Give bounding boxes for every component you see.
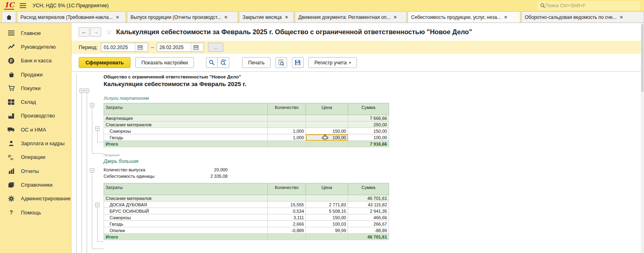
- svg-text:?: ?: [10, 209, 13, 216]
- main-menu-icon[interactable]: [20, 3, 26, 8]
- form-header: ← → ☆ Калькуляция себестоимости за Февра…: [71, 23, 644, 41]
- sidebar-item-administration[interactable]: Администрирование: [0, 192, 71, 206]
- total-row[interactable]: Итого 7 916,66: [104, 141, 389, 147]
- table-row[interactable]: Списание материалов 250,00: [104, 121, 389, 128]
- table-row[interactable]: Амортизация 7 666,66: [104, 115, 389, 121]
- table-row[interactable]: ДОСКА ДУБОВАЯ 15,555 2 771,83 43 115,82: [104, 202, 389, 208]
- print-button[interactable]: Печать: [242, 57, 271, 68]
- column-header-price: Цена: [306, 183, 348, 195]
- table-row[interactable]: Списание материалов 46 701,61: [104, 195, 389, 202]
- product-name: Дверь большая: [104, 158, 393, 164]
- pallet-icon: [7, 99, 15, 106]
- close-icon[interactable]: ×: [116, 14, 119, 20]
- global-search[interactable]: [538, 1, 640, 10]
- sidebar-item-sales[interactable]: Продажи: [0, 68, 71, 81]
- selected-cell[interactable]: 100,00: [306, 134, 348, 141]
- tab-cost-of-production[interactable]: Себестоимость продукции, услуг, неза... …: [408, 11, 520, 23]
- total-row[interactable]: Итого 46 701,61: [104, 234, 389, 240]
- app-titlebar: 1С УСН, НДС 5% (1С:Предприятие): [0, 0, 644, 11]
- search-input[interactable]: [545, 3, 638, 8]
- sidebar-item-help[interactable]: ? Помощь: [0, 206, 71, 219]
- close-icon[interactable]: ×: [285, 14, 288, 20]
- tab-label: Закрытие месяца: [243, 14, 282, 20]
- search-icon: [209, 60, 215, 66]
- favorite-star-icon[interactable]: ☆: [106, 28, 112, 36]
- sidebar-item-label: Производство: [21, 113, 55, 119]
- collapse-group-button[interactable]: −: [90, 168, 94, 173]
- tab-trial-balance[interactable]: Оборотно-сальдовая ведомость по сче... ×: [521, 11, 644, 23]
- stat-label: Количество выпуска: [104, 167, 202, 172]
- sidebar-item-label: Склад: [21, 99, 36, 105]
- sidebar-item-reports[interactable]: Отчеты: [0, 164, 71, 178]
- tab-product-output[interactable]: Выпуск продукции (Отчеты производст... ×: [127, 11, 238, 23]
- collapse-group-button[interactable]: −: [90, 103, 94, 107]
- tab-material-expense[interactable]: Расход материалов (Требования-накла... ×: [17, 11, 126, 23]
- close-icon[interactable]: ×: [224, 14, 228, 20]
- truck-icon: [7, 126, 15, 133]
- collapse-group-button[interactable]: −: [85, 88, 89, 93]
- table-row[interactable]: Саморезы 1,000 150,00 150,00: [104, 128, 389, 134]
- sidebar-item-payroll-hr[interactable]: Зарплата и кадры: [0, 136, 71, 150]
- column-header-sum: Сумма: [348, 103, 389, 115]
- find-button[interactable]: [206, 57, 218, 68]
- table-row[interactable]: Саморезы 3,111 150,00 466,66: [104, 214, 389, 221]
- sidebar-item-operations[interactable]: ДтКт Операции: [0, 150, 71, 164]
- tab-month-closing[interactable]: Закрытие месяца ×: [239, 11, 294, 23]
- sidebar-item-label: Администрирование: [21, 195, 71, 202]
- home-tab[interactable]: [2, 11, 16, 23]
- sidebar-item-purchases[interactable]: Покупки: [0, 81, 71, 95]
- product-cost-table: Затраты Количество Цена Сумма Списание м…: [104, 183, 389, 240]
- column-header-price: Цена: [306, 103, 348, 115]
- sidebar-item-directories[interactable]: Справочники: [0, 178, 71, 191]
- period-from-input[interactable]: [101, 45, 135, 50]
- sidebar-item-label: Справочники: [21, 182, 53, 188]
- sidebar-item-label: Помощь: [21, 210, 41, 216]
- back-button[interactable]: ←: [79, 27, 90, 37]
- dt-kt-icon: ДтКт: [7, 154, 15, 161]
- table-row[interactable]: Опилки -0,889 99,99 -88,89: [104, 227, 389, 234]
- sidebar-item-main[interactable]: Главное: [0, 26, 71, 40]
- tab-document-movements[interactable]: Движения документа: Регламентная оп... ×: [295, 11, 407, 23]
- calendar-button[interactable]: [135, 43, 145, 51]
- scrollbar-thumb[interactable]: [641, 24, 644, 92]
- report-document: Общество с ограниченной ответственностью…: [104, 72, 393, 240]
- vertical-scrollbar[interactable]: [641, 23, 644, 253]
- menu-lines-icon: [7, 29, 15, 37]
- section-title-services: Услуги покупателям: [104, 96, 393, 101]
- column-header-sum: Сумма: [348, 183, 389, 195]
- forward-button[interactable]: →: [90, 27, 101, 37]
- group-line: [92, 249, 104, 249]
- group-line: [82, 93, 82, 253]
- group-line: [87, 93, 87, 253]
- generate-button[interactable]: Сформировать: [79, 57, 130, 68]
- period-to-input[interactable]: [157, 45, 191, 50]
- sidebar-item-manager[interactable]: Руководителю: [0, 40, 71, 53]
- show-settings-button[interactable]: Показать настройки: [135, 57, 194, 68]
- close-icon[interactable]: ×: [504, 14, 507, 20]
- accounting-register-button[interactable]: Регистр учета▾: [308, 57, 357, 68]
- table-row[interactable]: Гвоздь 1,000 100,00 100,00: [104, 134, 389, 141]
- print-preview-button[interactable]: [275, 57, 287, 68]
- group-line: [92, 173, 92, 249]
- table-row[interactable]: БРУС ОСИНОВЫЙ 0,534 5 508,15 2 941,35: [104, 208, 389, 214]
- sidebar-item-fixed-assets[interactable]: ОС и НМА: [0, 123, 71, 136]
- table-row[interactable]: Гвоздь 2,666 100,03 266,67: [104, 221, 389, 227]
- question-icon: ?: [7, 209, 15, 216]
- collapse-group-button[interactable]: −: [95, 126, 100, 131]
- sidebar-item-warehouse[interactable]: Склад: [0, 95, 71, 109]
- sidebar-item-production[interactable]: Производство: [0, 109, 71, 123]
- print-preview-icon: [278, 60, 284, 66]
- period-more-button[interactable]: ...: [208, 43, 223, 52]
- collapse-group-button[interactable]: −: [79, 88, 84, 93]
- period-to-field: [157, 43, 204, 52]
- collapse-group-button[interactable]: −: [95, 203, 100, 207]
- find-next-button[interactable]: [218, 57, 229, 68]
- close-icon[interactable]: ×: [620, 14, 623, 20]
- close-icon[interactable]: ×: [394, 14, 397, 20]
- sidebar-item-bank-cash[interactable]: Р Банк и касса: [0, 54, 71, 68]
- calendar-button[interactable]: [191, 43, 200, 51]
- group-line: [97, 241, 104, 242]
- save-button[interactable]: [292, 57, 304, 68]
- stat-row: Количество выпуска 20,000: [104, 167, 393, 173]
- chevron-down-icon: ▾: [349, 61, 351, 65]
